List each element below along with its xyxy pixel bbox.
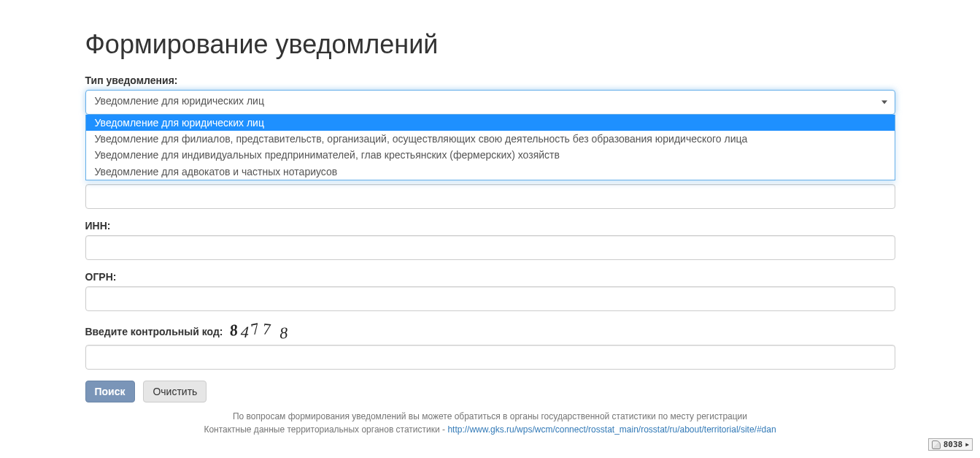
type-option[interactable]: Уведомление для юридических лиц xyxy=(86,115,895,131)
counter-widget: 8038▶ xyxy=(928,438,973,451)
type-option[interactable]: Уведомление для индивидуальных предприни… xyxy=(86,147,895,163)
ogrn-label: ОГРН: xyxy=(85,271,117,283)
captcha-input[interactable] xyxy=(85,345,895,370)
counter-value: 8038 xyxy=(944,440,963,449)
page-title: Формирование уведомлений xyxy=(85,29,895,60)
footer: По вопросам формирования уведомлений вы … xyxy=(85,410,895,436)
clear-button[interactable]: Очистить xyxy=(143,381,207,402)
counter-icon xyxy=(932,440,941,449)
type-option[interactable]: Уведомление для филиалов, представительс… xyxy=(86,131,895,147)
type-label: Тип уведомления: xyxy=(85,75,178,86)
footer-line1: По вопросам формирования уведомлений вы … xyxy=(85,410,895,423)
counter-arrow-icon: ▶ xyxy=(965,441,969,448)
captcha-image: 84778 xyxy=(230,322,290,341)
search-button[interactable]: Поиск xyxy=(85,381,135,402)
ogrn-input[interactable] xyxy=(85,286,895,311)
type-select[interactable]: Уведомление для юридических лиц xyxy=(85,90,895,115)
footer-link[interactable]: http://www.gks.ru/wps/wcm/connect/rossta… xyxy=(447,424,776,435)
captcha-label: Введите контрольный код: xyxy=(85,326,223,337)
hidden-input[interactable] xyxy=(85,184,895,209)
type-option[interactable]: Уведомление для адвокатов и частных нота… xyxy=(86,164,895,180)
footer-line2: Контактные данные территориальных органо… xyxy=(85,423,895,436)
type-dropdown: Уведомление для юридических лиц Уведомле… xyxy=(85,115,895,180)
inn-label: ИНН: xyxy=(85,220,111,232)
inn-input[interactable] xyxy=(85,235,895,260)
type-select-value: Уведомление для юридических лиц xyxy=(95,95,264,107)
